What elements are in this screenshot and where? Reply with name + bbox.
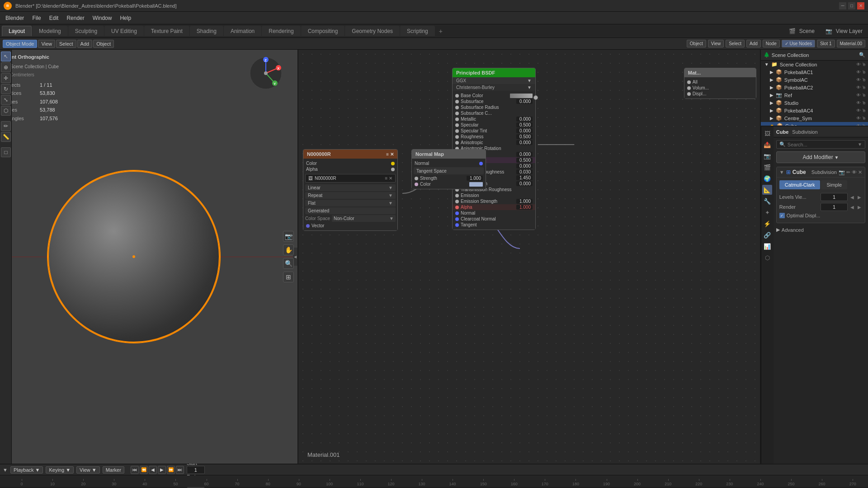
mod-delete-icon[interactable]: ✕: [858, 169, 862, 175]
levels-viewport-up[interactable]: ▶: [857, 195, 862, 200]
timeline-collapse-icon[interactable]: ▼: [3, 467, 8, 473]
play-reverse-button[interactable]: ◀: [149, 466, 157, 474]
next-keyframe-button[interactable]: ⏩: [167, 466, 175, 474]
tool-add-cube[interactable]: □: [1, 147, 11, 157]
tab-simple[interactable]: Simple: [821, 180, 847, 189]
node-select-btn[interactable]: Select: [726, 40, 745, 47]
node-normal-map[interactable]: Normal Map Normal Tangent Space Strength: [411, 149, 486, 189]
add-modifier-button[interactable]: Add Modifier: [776, 151, 865, 163]
object-menu[interactable]: Object: [93, 40, 114, 48]
outliner-item-pokeballac4[interactable]: ▶ 📦 PokeballAC4 👁🖱: [761, 107, 868, 114]
tab-scripting[interactable]: Scripting: [400, 26, 435, 36]
prop-output-icon[interactable]: 📤: [762, 140, 772, 150]
maximize-button[interactable]: □: [848, 2, 855, 9]
prop-constraints-icon[interactable]: 🔗: [762, 230, 772, 240]
menu-file[interactable]: File: [28, 14, 44, 22]
viewport-gizmo[interactable]: Z X Y: [248, 55, 284, 91]
prop-object-icon[interactable]: 📐: [762, 185, 772, 195]
mod-edit-icon[interactable]: ✏: [846, 169, 850, 175]
tool-annotate[interactable]: ✏: [1, 121, 11, 131]
levels-viewport-input[interactable]: 1: [821, 193, 848, 201]
mod-cam-icon[interactable]: 📷: [839, 169, 845, 175]
zoom-in-button[interactable]: 🔍: [283, 258, 294, 269]
node-material-output[interactable]: Mat... All Volum... Displ...: [684, 68, 756, 99]
mode-selector[interactable]: Object Mode: [3, 40, 37, 48]
prop-scene-icon[interactable]: 🎬: [762, 162, 772, 172]
close-button[interactable]: ✕: [857, 2, 864, 9]
node-normal-space-selector[interactable]: Tangent Space: [414, 167, 484, 174]
menu-render[interactable]: Render: [63, 14, 88, 22]
menu-edit[interactable]: Edit: [46, 14, 62, 22]
tab-modeling[interactable]: Modeling: [32, 26, 68, 36]
tab-animation[interactable]: Animation: [224, 26, 261, 36]
tool-select[interactable]: ↖: [1, 52, 11, 61]
node-texture-extension[interactable]: Repeat ▼: [305, 192, 396, 199]
outliner-item-studio[interactable]: ▶ 📦 Studio 👁🖱: [761, 99, 868, 107]
node-view-btn[interactable]: View: [708, 40, 724, 47]
move-view-button[interactable]: ✋: [283, 244, 294, 255]
node-object-btn[interactable]: Object: [687, 40, 706, 47]
node-texture-image-selector[interactable]: 🖼 N000000R ≡ ✕: [305, 174, 396, 183]
outliner-item-pokeballac1[interactable]: ▶ 📦 PokeballAC1 👁🖱: [761, 68, 868, 76]
node-texture-projection[interactable]: Flat ▼: [305, 200, 396, 206]
prop-particles-icon[interactable]: ✦: [762, 207, 772, 217]
levels-render-down[interactable]: ◀: [849, 205, 855, 210]
menu-window[interactable]: Window: [89, 14, 116, 22]
tab-uv-editing[interactable]: UV Editing: [104, 26, 144, 36]
props-search-bar[interactable]: 🔍 ▼: [776, 140, 865, 149]
use-nodes-checkbox[interactable]: ✓ Use Nodes: [782, 40, 815, 47]
node-image-texture[interactable]: N000000R ≡ ✕ Color Alpha: [303, 149, 398, 231]
tab-rendering[interactable]: Rendering: [262, 26, 300, 36]
view-menu[interactable]: View ▼: [76, 466, 100, 474]
outliner-filter-icon[interactable]: 🔍: [859, 52, 865, 58]
jump-start-button[interactable]: ⏮: [131, 466, 139, 474]
outliner-item-cube-collection[interactable]: ▼ 📦 Cube 👁🖱: [761, 122, 868, 127]
add-menu[interactable]: Add: [77, 40, 93, 48]
outliner-item-centre-sym[interactable]: ▶ 📦 Centre_Sym 👁🖱: [761, 114, 868, 122]
select-menu[interactable]: Select: [56, 40, 76, 48]
prop-material-icon[interactable]: ⬡: [762, 253, 772, 263]
optimal-display-checkbox[interactable]: ✓: [779, 213, 785, 218]
levels-render-up[interactable]: ▶: [857, 205, 862, 210]
prop-world-icon[interactable]: 🌍: [762, 174, 772, 183]
toggle-quad-view[interactable]: ⊞: [283, 272, 294, 282]
levels-render-input[interactable]: 1: [821, 203, 848, 211]
menu-help[interactable]: Help: [116, 14, 135, 22]
keying-menu[interactable]: Keying ▼: [46, 466, 74, 474]
viewport-body[interactable]: Front Orthographic (1) Scene Collection …: [0, 50, 297, 464]
start-frame-input[interactable]: 1: [187, 466, 205, 474]
prop-data-icon[interactable]: 📊: [762, 241, 772, 251]
slot-selector[interactable]: Slot 1: [817, 40, 835, 47]
levels-viewport-down[interactable]: ◀: [849, 195, 855, 200]
modifier-expand-icon[interactable]: ▼: [779, 169, 784, 175]
prop-render-icon[interactable]: 🖼: [762, 128, 772, 138]
camera-view-button[interactable]: 📷: [283, 231, 294, 242]
node-texture-colorspace-selector[interactable]: Non-Color ▼: [332, 215, 396, 222]
tool-rotate[interactable]: ↻: [1, 84, 11, 94]
tab-texture-paint[interactable]: Texture Paint: [144, 26, 189, 36]
prop-view-layer-icon[interactable]: 📷: [762, 151, 772, 161]
play-button[interactable]: ▶: [158, 466, 166, 474]
node-texture-source[interactable]: Generated: [305, 207, 396, 214]
marker-menu[interactable]: Marker: [103, 466, 124, 474]
props-search-input[interactable]: [788, 142, 858, 147]
node-texture-interpolation[interactable]: Linear ▼: [305, 184, 396, 191]
tab-geometry-nodes[interactable]: Geometry Nodes: [345, 26, 400, 36]
window-controls[interactable]: ─ □ ✕: [839, 2, 864, 9]
jump-end-button[interactable]: ⏭: [176, 466, 184, 474]
node-add-btn[interactable]: Add: [746, 40, 761, 47]
tab-compositing[interactable]: Compositing: [301, 26, 345, 36]
prop-physics-icon[interactable]: ⚡: [762, 219, 772, 229]
timeline-ruler[interactable]: 0 10 20 30 40 50 60 70 80 90 100 110 120…: [0, 475, 868, 487]
mod-realtime-icon[interactable]: 👁: [852, 169, 857, 175]
minimize-button[interactable]: ─: [839, 2, 846, 9]
tab-sculpting[interactable]: Sculpting: [68, 26, 104, 36]
outliner-item-symbolac[interactable]: ▶ 📦 SymbolAC 👁🖱: [761, 76, 868, 84]
node-node-btn[interactable]: Node: [763, 40, 780, 47]
prev-keyframe-button[interactable]: ⏪: [140, 466, 148, 474]
tab-shading[interactable]: Shading: [190, 26, 223, 36]
outliner-item-scene-collection[interactable]: ▼ 📁 Scene Collection 👁🖱: [761, 61, 868, 68]
tool-scale[interactable]: ⤡: [1, 95, 11, 105]
3d-object-sphere[interactable]: [48, 171, 220, 343]
menu-blender[interactable]: Blender: [2, 14, 28, 22]
